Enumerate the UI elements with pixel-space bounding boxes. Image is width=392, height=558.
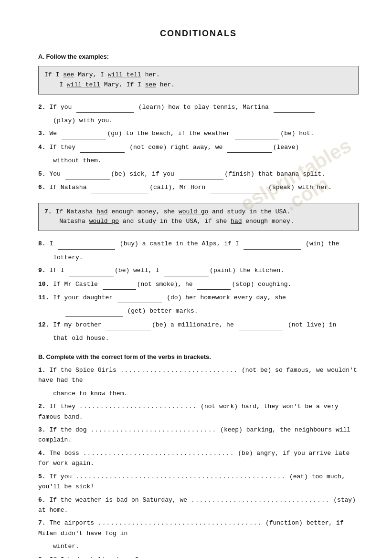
question-12: 12. If my brother (be) a millionaire, he… [38, 320, 359, 330]
example-box-2: 7. If Natasha had enough money, she woul… [38, 203, 359, 232]
question-8-cont: lottery. [38, 253, 359, 263]
section-b-questions: 1. If the Spice Girls ..................… [38, 365, 359, 558]
b-question-1-cont: chance to know them. [38, 389, 359, 399]
b-question-6: 6. If the weather is bad on Saturday, we… [38, 495, 359, 516]
section-a-questions-first: 2. If you (learn) how to play tennis, Ma… [38, 102, 359, 193]
question-4-cont: without them. [38, 156, 359, 166]
question-2: 2. If you (learn) how to play tennis, Ma… [38, 102, 359, 113]
b-question-1: 1. If the Spice Girls ..................… [38, 365, 359, 386]
section-b-header: B. Complete with the correct form of the… [38, 353, 359, 360]
question-10: 10. If Mr Castle (not smoke), he (stop) … [38, 279, 359, 290]
question-2-cont: (play) with you. [38, 116, 359, 126]
question-8: 8. I (buy) a castle in the Alps, if I (w… [38, 239, 359, 249]
example1-line1: If I see Mary, I will tell her. [44, 70, 352, 80]
question-9: 9. If I (be) well, I (paint) the kitchen… [38, 265, 359, 276]
section-a-questions-second: 8. I (buy) a castle in the Alps, if I (w… [38, 239, 359, 344]
question-3: 3. We (go) to the beach, if the weather … [38, 128, 359, 139]
question-6: 6. If Natasha (call), Mr Horn (speak) wi… [38, 182, 359, 193]
b-question-7: 7. The airports ........................… [38, 518, 359, 538]
example2-line1: 7. If Natasha had enough money, she woul… [44, 207, 352, 217]
question-11-cont: (get) better marks. [38, 306, 359, 316]
example1-line2: I will tell Mary, If I see her. [44, 80, 352, 90]
example2-line2: Natasha would go and study in the USA, i… [44, 217, 352, 227]
b-question-4: 4. The boss ............................… [38, 448, 359, 469]
question-4: 4. If they (not come) right away, we (le… [38, 142, 359, 153]
b-question-3: 3. If the dog ..........................… [38, 425, 359, 445]
question-12-cont: that old house. [38, 333, 359, 343]
question-11: 11. If your daughter (do) her homework e… [38, 293, 359, 303]
section-a-header: A. Follow the examples: [38, 53, 359, 60]
b-question-7-cont: winter. [38, 541, 359, 551]
b-question-5: 5. If you ..............................… [38, 472, 359, 492]
b-question-2: 2. If they ............................ … [38, 401, 359, 422]
page-title: CONDITIONALS [38, 29, 359, 39]
question-5: 5. You (be) sick, if you (finish) that b… [38, 169, 359, 179]
b-question-8: 8. If I had a helicopter, I ............… [38, 555, 359, 558]
example-box-1: If I see Mary, I will tell her. I will t… [38, 66, 359, 95]
